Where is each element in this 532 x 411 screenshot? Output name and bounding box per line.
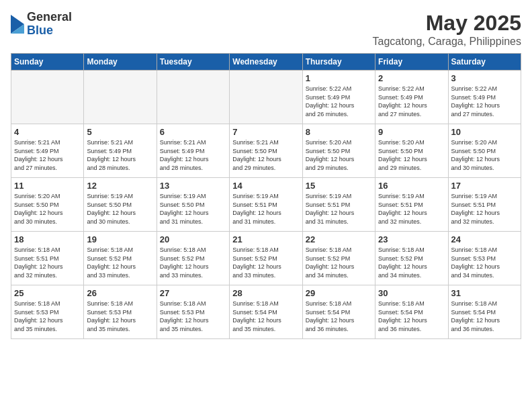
day-info: Sunrise: 5:18 AMSunset: 5:52 PMDaylight:… [87, 246, 153, 279]
calendar-weekday-friday: Friday [375, 54, 448, 71]
day-number: 29 [306, 288, 372, 298]
calendar-header-row: SundayMondayTuesdayWednesdayThursdayFrid… [11, 54, 521, 71]
day-number: 22 [306, 234, 372, 244]
day-info: Sunrise: 5:20 AMSunset: 5:50 PMDaylight:… [14, 192, 81, 226]
calendar-cell: 17Sunrise: 5:19 AMSunset: 5:51 PMDayligh… [448, 178, 521, 232]
day-info: Sunrise: 5:19 AMSunset: 5:51 PMDaylight:… [378, 192, 445, 226]
calendar-cell: 13Sunrise: 5:19 AMSunset: 5:50 PMDayligh… [157, 178, 229, 232]
calendar-weekday-saturday: Saturday [448, 54, 521, 71]
day-number: 31 [451, 288, 518, 298]
day-info: Sunrise: 5:21 AMSunset: 5:49 PMDaylight:… [160, 138, 226, 172]
day-number: 18 [14, 234, 81, 244]
calendar-cell: 22Sunrise: 5:18 AMSunset: 5:52 PMDayligh… [302, 232, 375, 285]
logo-general: General [27, 11, 72, 24]
day-info: Sunrise: 5:20 AMSunset: 5:50 PMDaylight:… [378, 138, 445, 172]
day-number: 14 [232, 181, 299, 191]
title-block: May 2025 Tagcatong, Caraga, Philippines [373, 11, 521, 48]
calendar-weekday-wednesday: Wednesday [230, 54, 302, 71]
day-number: 13 [160, 181, 226, 191]
day-number: 19 [87, 234, 153, 244]
day-number: 30 [378, 288, 445, 298]
calendar-cell [230, 71, 302, 124]
logo-text: General Blue [27, 11, 72, 38]
day-info: Sunrise: 5:21 AMSunset: 5:49 PMDaylight:… [87, 138, 153, 172]
day-number: 5 [87, 127, 153, 137]
day-info: Sunrise: 5:18 AMSunset: 5:53 PMDaylight:… [160, 300, 226, 333]
day-info: Sunrise: 5:18 AMSunset: 5:52 PMDaylight:… [232, 246, 299, 279]
day-info: Sunrise: 5:19 AMSunset: 5:51 PMDaylight:… [451, 192, 518, 226]
day-info: Sunrise: 5:18 AMSunset: 5:52 PMDaylight:… [306, 246, 372, 279]
calendar-cell: 1Sunrise: 5:22 AMSunset: 5:49 PMDaylight… [302, 71, 375, 124]
calendar-cell [84, 71, 157, 124]
calendar-cell: 7Sunrise: 5:21 AMSunset: 5:50 PMDaylight… [230, 124, 302, 178]
calendar-cell: 10Sunrise: 5:20 AMSunset: 5:50 PMDayligh… [448, 124, 521, 178]
day-number: 25 [14, 288, 81, 298]
calendar-cell: 29Sunrise: 5:18 AMSunset: 5:54 PMDayligh… [302, 285, 375, 339]
day-info: Sunrise: 5:18 AMSunset: 5:52 PMDaylight:… [160, 246, 226, 279]
calendar-cell: 6Sunrise: 5:21 AMSunset: 5:49 PMDaylight… [157, 124, 229, 178]
day-number: 21 [232, 234, 299, 244]
calendar-cell: 16Sunrise: 5:19 AMSunset: 5:51 PMDayligh… [375, 178, 448, 232]
calendar-cell: 18Sunrise: 5:18 AMSunset: 5:51 PMDayligh… [11, 232, 84, 285]
day-info: Sunrise: 5:20 AMSunset: 5:50 PMDaylight:… [306, 138, 372, 172]
calendar-cell [11, 71, 84, 124]
location-title: Tagcatong, Caraga, Philippines [373, 36, 521, 48]
day-number: 24 [451, 234, 518, 244]
calendar-cell: 2Sunrise: 5:22 AMSunset: 5:49 PMDaylight… [375, 71, 448, 124]
day-info: Sunrise: 5:21 AMSunset: 5:50 PMDaylight:… [232, 138, 299, 172]
day-number: 17 [451, 181, 518, 191]
month-title: May 2025 [373, 11, 521, 36]
page-header: General Blue May 2025 Tagcatong, Caraga,… [11, 11, 521, 48]
day-info: Sunrise: 5:22 AMSunset: 5:49 PMDaylight:… [306, 85, 372, 118]
day-info: Sunrise: 5:18 AMSunset: 5:52 PMDaylight:… [378, 246, 445, 279]
calendar-cell: 27Sunrise: 5:18 AMSunset: 5:53 PMDayligh… [157, 285, 229, 339]
calendar-cell: 8Sunrise: 5:20 AMSunset: 5:50 PMDaylight… [302, 124, 375, 178]
day-number: 7 [232, 127, 299, 137]
day-info: Sunrise: 5:20 AMSunset: 5:50 PMDaylight:… [451, 138, 518, 172]
day-info: Sunrise: 5:21 AMSunset: 5:49 PMDaylight:… [14, 138, 81, 172]
calendar-cell: 21Sunrise: 5:18 AMSunset: 5:52 PMDayligh… [230, 232, 302, 285]
day-number: 3 [451, 73, 518, 83]
calendar-cell: 14Sunrise: 5:19 AMSunset: 5:51 PMDayligh… [230, 178, 302, 232]
calendar-cell: 20Sunrise: 5:18 AMSunset: 5:52 PMDayligh… [157, 232, 229, 285]
day-info: Sunrise: 5:19 AMSunset: 5:51 PMDaylight:… [232, 192, 299, 226]
day-number: 10 [451, 127, 518, 137]
calendar-cell: 23Sunrise: 5:18 AMSunset: 5:52 PMDayligh… [375, 232, 448, 285]
day-info: Sunrise: 5:22 AMSunset: 5:49 PMDaylight:… [378, 85, 445, 118]
calendar-cell: 19Sunrise: 5:18 AMSunset: 5:52 PMDayligh… [84, 232, 157, 285]
day-info: Sunrise: 5:18 AMSunset: 5:54 PMDaylight:… [232, 300, 299, 333]
calendar-cell: 3Sunrise: 5:22 AMSunset: 5:49 PMDaylight… [448, 71, 521, 124]
calendar-cell: 5Sunrise: 5:21 AMSunset: 5:49 PMDaylight… [84, 124, 157, 178]
calendar-week-5: 25Sunrise: 5:18 AMSunset: 5:53 PMDayligh… [11, 285, 521, 339]
calendar-cell: 30Sunrise: 5:18 AMSunset: 5:54 PMDayligh… [375, 285, 448, 339]
day-number: 20 [160, 234, 226, 244]
day-number: 28 [232, 288, 299, 298]
calendar-cell: 26Sunrise: 5:18 AMSunset: 5:53 PMDayligh… [84, 285, 157, 339]
calendar-cell: 9Sunrise: 5:20 AMSunset: 5:50 PMDaylight… [375, 124, 448, 178]
calendar-weekday-monday: Monday [84, 54, 157, 71]
day-info: Sunrise: 5:19 AMSunset: 5:51 PMDaylight:… [306, 192, 372, 226]
day-number: 26 [87, 288, 153, 298]
day-info: Sunrise: 5:18 AMSunset: 5:53 PMDaylight:… [14, 300, 81, 333]
day-number: 9 [378, 127, 445, 137]
calendar-table: SundayMondayTuesdayWednesdayThursdayFrid… [11, 53, 521, 339]
calendar-week-2: 4Sunrise: 5:21 AMSunset: 5:49 PMDaylight… [11, 124, 521, 178]
calendar-week-4: 18Sunrise: 5:18 AMSunset: 5:51 PMDayligh… [11, 232, 521, 285]
calendar-weekday-sunday: Sunday [11, 54, 84, 71]
calendar-cell: 11Sunrise: 5:20 AMSunset: 5:50 PMDayligh… [11, 178, 84, 232]
calendar-cell: 28Sunrise: 5:18 AMSunset: 5:54 PMDayligh… [230, 285, 302, 339]
day-info: Sunrise: 5:22 AMSunset: 5:49 PMDaylight:… [451, 85, 518, 118]
calendar-body: 1Sunrise: 5:22 AMSunset: 5:49 PMDaylight… [11, 71, 521, 339]
calendar-cell: 31Sunrise: 5:18 AMSunset: 5:54 PMDayligh… [448, 285, 521, 339]
calendar-cell: 25Sunrise: 5:18 AMSunset: 5:53 PMDayligh… [11, 285, 84, 339]
logo-blue: Blue [27, 24, 72, 38]
day-info: Sunrise: 5:18 AMSunset: 5:53 PMDaylight:… [451, 246, 518, 279]
day-number: 27 [160, 288, 226, 298]
day-info: Sunrise: 5:18 AMSunset: 5:54 PMDaylight:… [306, 300, 372, 333]
day-info: Sunrise: 5:18 AMSunset: 5:54 PMDaylight:… [451, 300, 518, 333]
day-number: 8 [306, 127, 372, 137]
logo-icon [11, 15, 24, 34]
day-info: Sunrise: 5:18 AMSunset: 5:54 PMDaylight:… [378, 300, 445, 333]
day-number: 1 [306, 73, 372, 83]
calendar-cell: 24Sunrise: 5:18 AMSunset: 5:53 PMDayligh… [448, 232, 521, 285]
